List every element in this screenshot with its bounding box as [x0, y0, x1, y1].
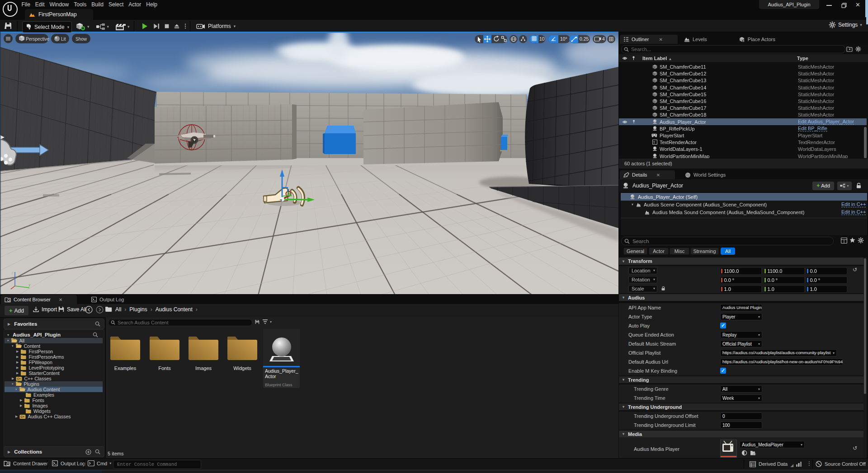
svg-text:Show: Show	[75, 37, 87, 42]
svg-text:4: 4	[602, 36, 605, 42]
svg-text:+: +	[23, 415, 24, 418]
svg-text:10°: 10°	[560, 36, 567, 42]
svg-text:z: z	[11, 271, 14, 275]
svg-text:y: y	[28, 283, 30, 287]
svg-text:Perspective: Perspective	[26, 37, 50, 42]
svg-text:10: 10	[539, 36, 545, 42]
svg-text:+: +	[19, 377, 21, 380]
svg-text:Lit: Lit	[61, 37, 66, 42]
svg-text:0.25: 0.25	[580, 36, 589, 42]
svg-text:T: T	[653, 140, 656, 145]
